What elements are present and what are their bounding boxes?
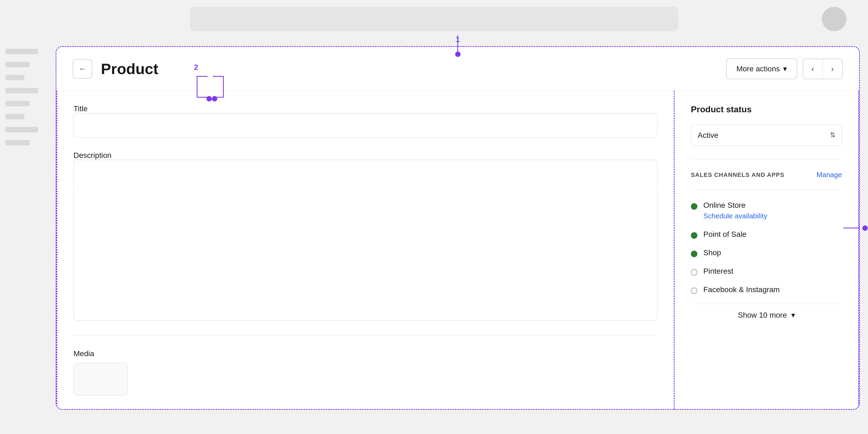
channel-dot-fb-ig	[691, 287, 698, 294]
description-toolbar[interactable]	[73, 160, 657, 184]
channel-name-fb-ig: Facebook & Instagram	[703, 285, 780, 294]
annotation-2-label: 2	[194, 63, 198, 72]
media-title: Media	[73, 349, 657, 358]
channel-info-pinterest: Pinterest	[703, 267, 734, 276]
product-status-title: Product status	[691, 104, 842, 115]
nav-next-button[interactable]: ›	[823, 59, 842, 79]
description-field-group: Description	[73, 151, 657, 322]
title-field-group: Title	[73, 104, 657, 137]
chevron-right-icon: ›	[831, 65, 834, 73]
sidebar-item[interactable]	[5, 140, 30, 145]
sidebar-item[interactable]	[5, 49, 38, 54]
channel-info-pos: Point of Sale	[703, 230, 746, 239]
media-placeholder[interactable]	[73, 363, 128, 396]
channel-item-pinterest: Pinterest	[691, 267, 842, 276]
annotation-1-label: 1	[456, 35, 460, 44]
chevron-down-icon: ▾	[783, 64, 787, 73]
left-panel: Title Description Media	[56, 91, 675, 409]
nav-buttons: ‹ ›	[803, 59, 843, 79]
status-select-wrapper: Active Draft Archived ⇅	[691, 124, 842, 146]
sidebar-item[interactable]	[5, 114, 24, 119]
top-bar	[0, 0, 868, 38]
content-area: Title Description Media	[56, 91, 859, 409]
channel-info-fb-ig: Facebook & Instagram	[703, 285, 780, 294]
title-label: Title	[73, 104, 88, 113]
nav-prev-button[interactable]: ‹	[803, 59, 823, 79]
channel-dot-pos	[691, 232, 698, 239]
description-label: Description	[73, 151, 112, 159]
status-select[interactable]: Active Draft Archived	[691, 124, 842, 146]
channel-item-shop: Shop	[691, 248, 842, 257]
section-divider	[73, 336, 657, 336]
channel-name-pinterest: Pinterest	[703, 267, 734, 276]
product-card: ← Product More actions ▾ ‹ ›	[56, 46, 860, 410]
section-divider-channels	[691, 159, 842, 160]
chevron-down-more-icon: ▾	[791, 311, 795, 319]
show-more-label: Show 10 more	[738, 311, 787, 319]
avatar[interactable]	[822, 7, 846, 31]
back-button[interactable]: ←	[73, 59, 92, 79]
media-section: Media	[73, 349, 657, 396]
channel-dot-online-store	[691, 203, 698, 210]
right-panel: Product status Active Draft Archived ⇅ S…	[675, 91, 859, 409]
more-actions-label: More actions	[737, 65, 780, 73]
manage-link[interactable]: Manage	[816, 170, 842, 179]
sidebar-item[interactable]	[5, 127, 38, 132]
sales-channels-label: SALES CHANNELS AND APPS	[691, 172, 784, 179]
more-actions-button[interactable]: More actions ▾	[726, 58, 797, 79]
main-content: 1 2 3 ←	[48, 38, 868, 434]
channel-dot-shop	[691, 251, 698, 257]
channel-name-shop: Shop	[703, 248, 721, 257]
channel-info-shop: Shop	[703, 248, 721, 257]
description-textarea[interactable]	[73, 185, 657, 321]
sidebar	[0, 38, 48, 434]
channel-item-pos: Point of Sale	[691, 230, 842, 239]
sidebar-item[interactable]	[5, 75, 24, 80]
channel-name-pos: Point of Sale	[703, 230, 746, 239]
channel-info-online-store: Online Store Schedule availability	[703, 201, 767, 220]
channel-item-fb-ig: Facebook & Instagram	[691, 285, 842, 294]
channel-name-online-store: Online Store	[703, 201, 767, 210]
title-input[interactable]	[73, 113, 657, 137]
page-title: Product	[101, 60, 158, 78]
channel-dot-pinterest	[691, 269, 698, 276]
sidebar-item[interactable]	[5, 62, 30, 67]
header-left: ← Product	[73, 59, 158, 79]
show-more-button[interactable]: Show 10 more ▾	[691, 304, 842, 326]
sales-channels-header: SALES CHANNELS AND APPS Manage	[691, 170, 842, 179]
sidebar-item[interactable]	[5, 101, 30, 106]
schedule-availability-link[interactable]: Schedule availability	[703, 212, 767, 220]
chevron-left-icon: ‹	[812, 65, 814, 73]
search-bar[interactable]	[190, 7, 678, 31]
sidebar-item[interactable]	[5, 88, 38, 93]
header-right: More actions ▾ ‹ ›	[726, 58, 843, 79]
back-icon: ←	[79, 65, 86, 73]
channel-item-online-store: Online Store Schedule availability	[691, 201, 842, 220]
